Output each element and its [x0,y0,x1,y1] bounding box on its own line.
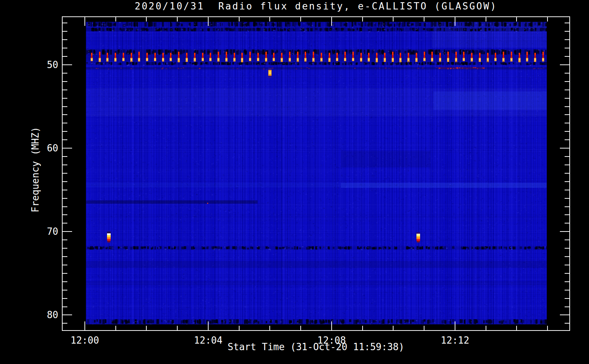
axis-tick [565,23,569,23]
axis-tick [565,98,569,99]
axis-tick [63,64,72,65]
axis-tick [63,190,67,190]
axis-tick [547,17,548,21]
axis-tick [63,181,67,182]
axis-tick [63,106,67,107]
axis-tick [565,273,569,274]
axis-tick [565,223,569,223]
axis-tick [115,17,116,21]
axis-tick [63,39,67,40]
page-title: 2020/10/31 Radio flux density, e-CALLIST… [135,1,497,12]
axis-tick [565,48,569,48]
axis-tick [331,17,332,26]
axis-tick [565,139,569,140]
axis-tick [565,198,569,199]
axis-tick [63,240,67,240]
x-tick-label: 12:00 [63,335,107,346]
y-tick-label: 80 [15,309,58,321]
axis-tick [84,321,85,330]
axis-tick [63,165,67,165]
axis-tick [565,81,569,82]
axis-tick [63,298,67,299]
axis-tick [63,256,67,257]
axis-tick [565,173,569,174]
axis-tick [565,31,569,32]
axis-tick [565,123,569,123]
axis-tick [239,17,240,21]
axis-tick [63,73,67,74]
y-axis-title: Frequency (MHZ) [29,108,41,232]
axis-tick [547,326,548,330]
x-tick-label: 12:12 [433,335,477,346]
axis-tick [177,17,178,21]
axis-tick [560,148,569,149]
axis-tick [63,131,67,132]
axis-tick [177,326,178,330]
axis-tick [63,139,67,140]
axis-tick [63,90,67,90]
axis-tick [565,306,569,307]
axis-tick [146,17,147,21]
axis-tick [362,326,363,330]
axis-tick [208,17,209,26]
axis-tick [300,17,301,21]
axis-tick [63,290,67,290]
axis-tick [560,231,569,232]
axis-tick [300,326,301,330]
axis-tick [393,326,394,330]
axis-tick [565,165,569,165]
axis-tick [208,321,209,330]
axis-tick [84,17,85,26]
axis-tick [560,64,569,65]
y-tick-label: 50 [15,59,58,71]
axis-tick [565,131,569,132]
axis-tick [565,114,569,115]
axis-tick [63,273,67,274]
axis-tick [565,265,569,265]
axis-tick [63,248,67,249]
axis-tick [269,326,270,330]
axis-tick [424,326,424,330]
axis-tick [63,206,67,207]
axis-tick [239,326,240,330]
axis-tick [565,190,569,190]
axis-tick [115,326,116,330]
spectrogram-page: 2020/10/31 Radio flux density, e-CALLIST… [0,0,589,364]
axis-tick [516,17,517,21]
axis-tick [565,298,569,299]
axis-tick [63,231,72,232]
axis-tick [63,148,72,149]
axis-tick [63,156,67,157]
axis-tick [63,114,67,115]
axis-tick [455,321,455,330]
axis-tick [63,48,67,48]
axis-tick [146,326,147,330]
axis-tick [269,17,270,21]
axis-tick [565,256,569,257]
x-tick-label: 12:04 [186,335,230,346]
axis-tick [565,90,569,90]
axis-tick [565,290,569,290]
axis-tick [565,281,569,282]
axis-tick [393,17,394,21]
axis-tick [362,17,363,21]
axis-tick [331,321,332,330]
axis-tick [63,314,72,315]
axis-tick [565,56,569,57]
axis-tick [63,81,67,82]
x-axis-title: Start Time (31-Oct-20 11:59:38) [228,341,404,352]
axis-tick [63,98,67,99]
axis-tick [63,23,67,23]
axis-tick [63,223,67,223]
axis-tick [63,306,67,307]
axis-tick [565,181,569,182]
axis-tick [63,265,67,265]
axis-tick [63,198,67,199]
axis-tick [565,39,569,40]
axis-tick [63,173,67,174]
axis-tick [565,323,569,324]
axis-tick [63,214,67,215]
axis-tick [560,314,569,315]
axis-tick [565,106,569,107]
axis-tick [565,240,569,240]
